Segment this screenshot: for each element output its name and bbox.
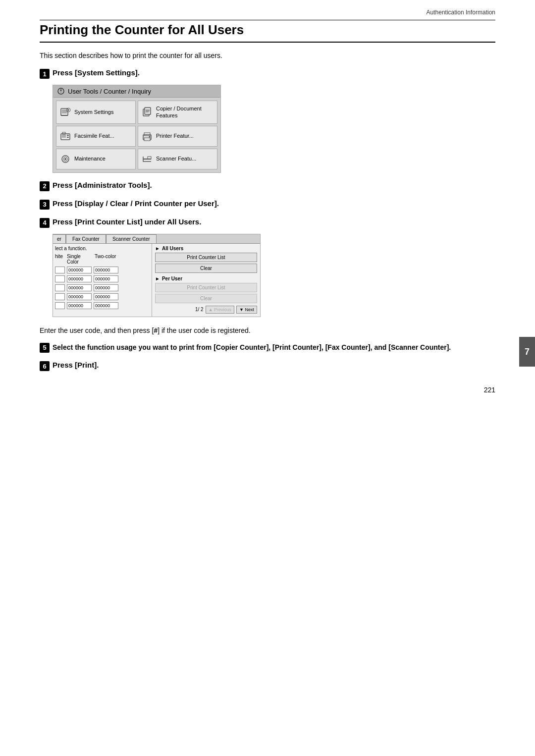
- page-container: Authentication Information Printing the …: [0, 0, 535, 409]
- cell-single-4: 000000: [67, 293, 92, 300]
- col-two: Two-color: [95, 254, 116, 265]
- side-tab-number: 7: [525, 347, 530, 357]
- printer-icon: [141, 130, 153, 142]
- step-5-text: Select the function usage you want to pr…: [53, 342, 451, 353]
- tab-fax[interactable]: Fax Counter: [66, 234, 106, 243]
- menu-item-system-settings[interactable]: System Settings: [56, 101, 136, 124]
- menu-item-scanner[interactable]: Scanner Featu...: [138, 149, 217, 169]
- cell-single-1: 000000: [67, 267, 92, 273]
- print-counter-list-per-btn[interactable]: Print Counter List: [155, 283, 257, 292]
- col-single: Single Color: [67, 254, 93, 265]
- data-row-5: 000000 000000: [55, 301, 150, 310]
- system-settings-icon: [59, 106, 71, 118]
- enter-code-text: Enter the user code, and then press [#] …: [40, 325, 495, 336]
- all-users-label: ► ►All Users All Users: [155, 246, 257, 251]
- pagination: 1/ 2 ▲ Previous ▼ Next: [155, 305, 257, 315]
- svg-rect-4: [62, 109, 67, 113]
- step-2-number: 2: [40, 181, 50, 191]
- cell-single-2: 000000: [67, 275, 92, 282]
- ui-tabs: er Fax Counter Scanner Counter: [53, 234, 260, 244]
- page-title: Printing the Counter for All Users: [40, 22, 495, 43]
- step-1-number: 1: [40, 69, 50, 79]
- system-settings-label: System Settings: [74, 108, 113, 115]
- data-row-2: 000000 000000: [55, 274, 150, 283]
- data-row-3: 000000 000000: [55, 283, 150, 292]
- print-counter-list-all-btn[interactable]: Print Counter List: [155, 253, 257, 262]
- menu-item-maintenance[interactable]: Maintenance: [56, 149, 136, 169]
- ui-screenshot-2: er Fax Counter Scanner Counter lect a fu…: [53, 234, 261, 317]
- side-tab-7: 7: [519, 337, 535, 367]
- svg-rect-19: [144, 133, 150, 136]
- svg-marker-1: [60, 89, 62, 91]
- step-2-text: Press [Administrator Tools].: [53, 181, 152, 189]
- fax-label: Facsimile Feat...: [74, 132, 114, 139]
- next-btn[interactable]: ▼ Next: [236, 306, 257, 314]
- ui-left-panel: lect a function. hite Single Color Two-c…: [53, 244, 152, 317]
- cell-bw-1: [55, 267, 65, 273]
- cell-two-4: 000000: [94, 293, 118, 300]
- step-5-label: 5 Select the function usage you want to …: [40, 342, 495, 353]
- svg-point-7: [68, 109, 69, 111]
- page-number: 221: [484, 386, 495, 394]
- cell-bw-3: [55, 284, 65, 291]
- tab-scanner[interactable]: Scanner Counter: [106, 234, 157, 243]
- data-row-1: 000000 000000: [55, 266, 150, 274]
- printer-label: Printer Featur...: [156, 132, 194, 139]
- clear-per-btn[interactable]: Clear: [155, 294, 257, 303]
- cell-bw-2: [55, 275, 65, 282]
- svg-rect-20: [144, 138, 150, 141]
- copier-label: Copier / DocumentFeatures: [156, 105, 202, 119]
- step-1-text: Press [System Settings].: [53, 68, 140, 77]
- step-1-label: 1 Press [System Settings].: [40, 68, 495, 79]
- ui-right-panel: ► ►All Users All Users Print Counter Lis…: [152, 244, 260, 317]
- compass-icon: [57, 87, 65, 95]
- step-6: 6 Press [Print].: [40, 361, 495, 371]
- col-bw: hite: [55, 254, 65, 265]
- maintenance-label: Maintenance: [74, 155, 106, 162]
- menu-item-copier[interactable]: Copier / DocumentFeatures: [138, 101, 217, 124]
- copier-icon: [141, 106, 153, 118]
- step-4-label: 4 Press [Print Counter List] under All U…: [40, 217, 495, 228]
- clear-all-btn[interactable]: Clear: [155, 264, 257, 273]
- step-3-label: 3 Press [Display / Clear / Print Counter…: [40, 199, 495, 210]
- cell-two-3: 000000: [94, 284, 118, 291]
- data-row-4: 000000 000000: [55, 292, 150, 301]
- hash-symbol: #: [154, 326, 158, 334]
- cell-single-5: 000000: [67, 302, 92, 309]
- prev-btn[interactable]: ▲ Previous: [206, 306, 234, 314]
- svg-rect-14: [62, 135, 66, 138]
- per-user-arrow: ►: [155, 276, 160, 281]
- ui-title-text: User Tools / Counter / Inquiry: [68, 88, 151, 95]
- page-info: 1/ 2: [195, 307, 204, 312]
- cell-two-1: 000000: [94, 267, 118, 273]
- intro-text: This section describes how to print the …: [40, 52, 495, 59]
- step-3-text: Press [Display / Clear / Print Counter p…: [53, 199, 219, 208]
- scanner-icon: [141, 153, 153, 165]
- svg-rect-16: [67, 137, 69, 138]
- scanner-label: Scanner Featu...: [156, 155, 196, 162]
- per-user-label: ► Per User: [155, 276, 257, 281]
- svg-point-21: [149, 136, 151, 137]
- ui-body: System Settings Copier / DocumentFeature: [53, 98, 220, 172]
- step-3: 3 Press [Display / Clear / Print Counter…: [40, 199, 495, 210]
- cell-bw-5: [55, 302, 65, 309]
- cell-two-5: 000000: [94, 302, 118, 309]
- step-4-text: Press [Print Counter List] under All Use…: [53, 217, 201, 226]
- cell-two-2: 000000: [94, 275, 118, 282]
- step-5: 5 Select the function usage you want to …: [40, 342, 495, 353]
- svg-marker-2: [60, 91, 62, 94]
- ui-content: lect a function. hite Single Color Two-c…: [53, 244, 260, 317]
- menu-item-fax[interactable]: Facsimile Feat...: [56, 126, 136, 147]
- tab-copier[interactable]: er: [53, 234, 66, 243]
- step-2-label: 2 Press [Administrator Tools].: [40, 181, 495, 191]
- step-1: 1 Press [System Settings]. User Tools / …: [40, 68, 495, 173]
- ui-titlebar: User Tools / Counter / Inquiry: [53, 85, 220, 98]
- svg-point-23: [64, 158, 66, 160]
- step-6-text: Press [Print].: [53, 361, 99, 369]
- auth-info-header: Authentication Information: [427, 9, 495, 16]
- step-6-number: 6: [40, 361, 50, 371]
- menu-item-printer[interactable]: Printer Featur...: [138, 126, 217, 147]
- col-headers: hite Single Color Two-color: [55, 253, 150, 266]
- select-function-label: lect a function.: [55, 246, 150, 251]
- all-users-arrow: ►: [155, 246, 160, 251]
